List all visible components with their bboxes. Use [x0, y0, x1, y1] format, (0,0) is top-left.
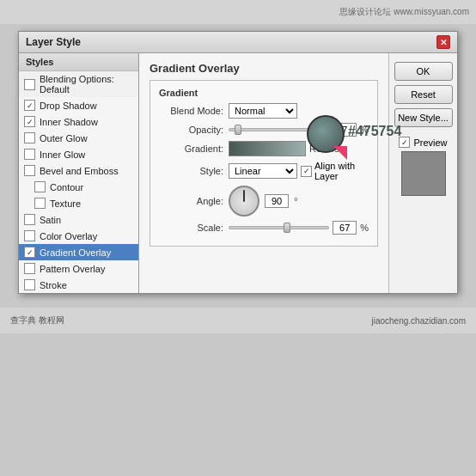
checkbox-pattern-overlay[interactable] — [24, 263, 35, 274]
blend-mode-control: Normal — [229, 103, 369, 119]
style-item-bevel-emboss[interactable]: Bevel and Emboss — [19, 162, 138, 179]
opacity-slider-thumb[interactable] — [235, 125, 241, 135]
right-panel: OK Reset New Style... Preview — [388, 53, 457, 293]
layer-style-dialog: Layer Style ✕ Styles Blending Options: D… — [18, 31, 458, 294]
bottom-left-text: 查字典 教程网 — [10, 314, 64, 326]
angle-control: ° — [229, 186, 369, 217]
style-control: Linear Align with Layer — [229, 161, 369, 181]
align-label: Align with Layer — [314, 161, 369, 181]
style-item-outer-glow[interactable]: Outer Glow — [19, 130, 138, 146]
styles-panel: Styles Blending Options: Default Drop Sh… — [19, 53, 139, 293]
ok-button[interactable]: OK — [394, 62, 453, 81]
scale-unit: % — [360, 223, 369, 233]
checkbox-gradient-overlay[interactable] — [24, 247, 35, 258]
scale-control: % — [229, 221, 369, 235]
scale-label: Scale: — [159, 223, 223, 233]
style-item-blending[interactable]: Blending Options: Default — [19, 71, 138, 97]
angle-label: Angle: — [159, 196, 223, 206]
gradient-control: Reverse — [229, 141, 369, 156]
scale-input[interactable] — [333, 221, 357, 235]
watermark-text: 思缘设计论坛 www.missyuan.com — [339, 6, 469, 18]
scale-slider-thumb[interactable] — [284, 223, 290, 233]
preview-section: Preview — [399, 137, 447, 196]
style-item-gradient-overlay[interactable]: Gradient Overlay — [19, 244, 138, 260]
color-hex-label: #475754 — [348, 124, 401, 139]
checkbox-stroke[interactable] — [24, 279, 35, 290]
style-select[interactable]: Linear — [229, 163, 297, 179]
reset-button[interactable]: Reset — [394, 85, 453, 104]
style-item-drop-shadow[interactable]: Drop Shadow — [19, 97, 138, 113]
gradient-label: Gradient: — [159, 143, 223, 154]
checkbox-inner-shadow[interactable] — [24, 116, 35, 127]
section-label: Gradient — [159, 88, 369, 98]
preview-box — [401, 151, 446, 196]
style-item-inner-glow[interactable]: Inner Glow — [19, 146, 138, 162]
scale-row: Scale: % — [159, 221, 369, 235]
style-item-pattern-overlay[interactable]: Pattern Overlay — [19, 260, 138, 277]
main-panel: Gradient Overlay Gradient Blend Mode: No… — [139, 53, 388, 293]
checkbox-outer-glow[interactable] — [24, 132, 35, 143]
angle-unit: ° — [294, 196, 297, 206]
checkbox-contour[interactable] — [34, 181, 46, 192]
bottom-right-text: jiaocheng.chazidian.com — [371, 316, 466, 326]
style-item-satin[interactable]: Satin — [19, 211, 138, 228]
color-circle[interactable] — [307, 115, 345, 153]
color-arrow-icon — [333, 146, 347, 160]
checkbox-inner-glow[interactable] — [24, 149, 35, 160]
dialog-body: Styles Blending Options: Default Drop Sh… — [19, 53, 457, 293]
new-style-button[interactable]: New Style... — [394, 108, 453, 127]
gradient-section: Gradient Blend Mode: Normal Opacity: — [150, 80, 378, 247]
style-item-inner-shadow[interactable]: Inner Shadow — [19, 113, 138, 130]
bottom-bar: 查字典 教程网 jiaocheng.chazidian.com — [0, 308, 476, 333]
style-row: Style: Linear Align with Layer — [159, 161, 369, 181]
checkbox-satin[interactable] — [24, 214, 35, 225]
preview-text: Preview — [413, 137, 447, 148]
checkbox-drop-shadow[interactable] — [24, 100, 35, 111]
style-item-stroke[interactable]: Stroke — [19, 277, 138, 293]
blend-mode-label: Blend Mode: — [159, 106, 223, 116]
angle-dial[interactable] — [229, 186, 259, 217]
gradient-preview[interactable] — [229, 141, 306, 156]
panel-title: Gradient Overlay — [150, 62, 378, 75]
opacity-label: Opacity: — [159, 125, 223, 135]
checkbox-blending[interactable] — [24, 79, 35, 90]
close-button[interactable]: ✕ — [436, 35, 450, 49]
style-item-contour[interactable]: Contour — [19, 179, 138, 195]
checkbox-align[interactable] — [301, 166, 312, 177]
dialog-title: Layer Style — [26, 36, 81, 48]
blend-mode-select[interactable]: Normal — [229, 103, 297, 119]
align-checkbox-group: Align with Layer — [301, 161, 369, 181]
styles-header: Styles — [19, 53, 138, 71]
dialog-titlebar: Layer Style ✕ — [19, 32, 457, 53]
checkbox-color-overlay[interactable] — [24, 230, 35, 241]
checkbox-texture[interactable] — [34, 198, 46, 209]
checkbox-bevel-emboss[interactable] — [24, 165, 35, 176]
color-picker-popup[interactable]: #475754 — [307, 115, 345, 153]
style-item-texture[interactable]: Texture — [19, 195, 138, 211]
scale-slider-track[interactable] — [229, 226, 329, 229]
style-label: Style: — [159, 166, 223, 176]
watermark-bar: 思缘设计论坛 www.missyuan.com — [0, 0, 476, 24]
angle-row: Angle: ° — [159, 186, 369, 217]
angle-hand — [243, 190, 245, 202]
angle-input[interactable] — [265, 194, 289, 208]
dialog-wrapper: Layer Style ✕ Styles Blending Options: D… — [0, 24, 476, 301]
preview-label-row: Preview — [399, 137, 447, 148]
style-item-color-overlay[interactable]: Color Overlay — [19, 228, 138, 244]
